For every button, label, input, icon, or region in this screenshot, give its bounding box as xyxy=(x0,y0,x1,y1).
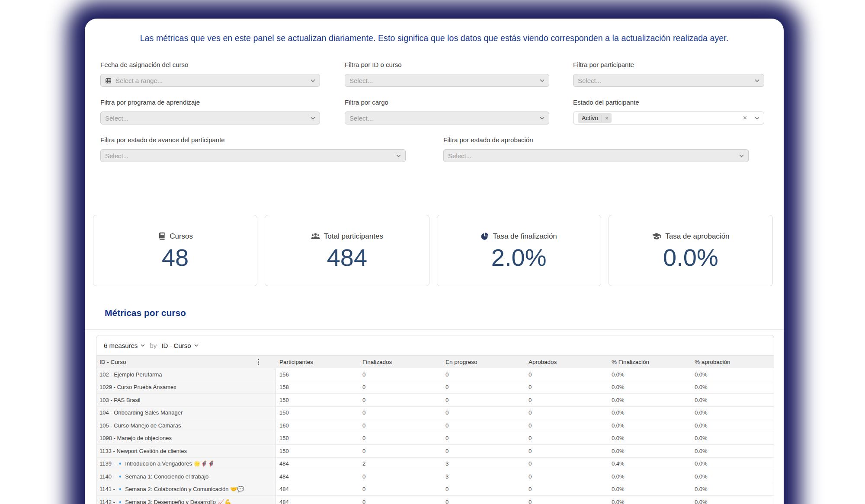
column-header-id-curso[interactable]: ID - Curso xyxy=(96,357,276,366)
table-row[interactable]: 1140 - 🔹 Semana 1: Conociendo el trabajo… xyxy=(96,470,774,483)
metric-cell: 0 xyxy=(359,483,442,496)
column-header-aprobacion-pct[interactable]: % aprobación xyxy=(691,359,774,365)
chevron-down-icon xyxy=(540,79,545,82)
table-row[interactable]: 102 - Ejemplo Perufarma1560000.0%0.0% xyxy=(96,368,774,381)
metric-cell: 0 xyxy=(442,432,525,445)
metric-label: Tasa de finalización xyxy=(493,232,557,241)
metric-cell: 0 xyxy=(359,394,442,406)
metric-cell: 0.4% xyxy=(608,458,691,470)
column-header-participantes[interactable]: Participantes xyxy=(276,359,359,365)
filter-course-assignment-date: Fecha de asignación del curso Select a r… xyxy=(100,61,320,87)
metric-value: 0.0% xyxy=(663,244,718,271)
select-placeholder: Select... xyxy=(578,77,751,84)
table-toolbar: 6 measures by ID - Curso xyxy=(96,335,774,356)
course-name-cell: 102 - Ejemplo Perufarma xyxy=(96,368,276,381)
chevron-down-icon[interactable] xyxy=(141,344,145,347)
measures-dropdown[interactable]: 6 measures xyxy=(104,342,138,349)
column-header-finalizados[interactable]: Finalizados xyxy=(359,359,442,365)
filter-label: Fecha de asignación del curso xyxy=(100,61,320,68)
metric-cell: 150 xyxy=(276,432,359,445)
table-row[interactable]: 1029 - Curso Prueba Ansamex1580000.0%0.0… xyxy=(96,381,774,394)
table-row[interactable]: 1133 - Newport Gestión de clientes150000… xyxy=(96,445,774,458)
participant-status-select[interactable]: Activo × × xyxy=(573,112,764,124)
participant-select[interactable]: Select... xyxy=(573,74,764,87)
approval-status-select[interactable]: Select... xyxy=(443,149,749,162)
chevron-down-icon xyxy=(755,79,759,82)
filter-participant: Filtra por participante Select... xyxy=(573,61,764,87)
selected-option-chip[interactable]: Activo × xyxy=(578,113,612,123)
table-row[interactable]: 1141 - 🔹 Semana 2: Colaboración y Comuni… xyxy=(96,483,774,496)
chevron-down-icon xyxy=(755,117,759,120)
metric-cell: 0.0% xyxy=(608,496,691,504)
metric-cell: 156 xyxy=(276,368,359,381)
metric-cell: 0.0% xyxy=(608,407,691,419)
users-icon xyxy=(311,232,320,240)
table-row[interactable]: 1098 - Manejo de objeciones1500000.0%0.0… xyxy=(96,432,774,445)
course-select[interactable]: Select... xyxy=(345,74,549,87)
table-row[interactable]: 1142 - 🔹 Semana 3: Desempeño y Desarroll… xyxy=(96,496,774,504)
metric-cell: 0.0% xyxy=(691,483,774,496)
metric-cell: 0.0% xyxy=(691,470,774,483)
metric-cell: 0 xyxy=(359,368,442,381)
metric-cell: 0.0% xyxy=(691,381,774,394)
metric-cell: 484 xyxy=(276,458,359,470)
filter-learning-program: Filtra por programa de aprendizaje Selec… xyxy=(100,99,320,124)
metric-cell: 160 xyxy=(276,419,359,432)
metric-card-participantes: Total participantes 484 xyxy=(265,215,429,286)
chip-label: Activo xyxy=(582,115,598,121)
dimension-dropdown[interactable]: ID - Curso xyxy=(161,342,191,349)
table-row[interactable]: 103 - PAS Brasil1500000.0%0.0% xyxy=(96,394,774,407)
chevron-down-icon xyxy=(540,117,545,120)
filter-job-title: Filtra por cargo Select... xyxy=(345,99,549,124)
metric-cell: 0.0% xyxy=(608,394,691,406)
book-icon xyxy=(157,232,166,240)
course-name-cell: 1139 - 🔹 Introducción a Vengadores 🌟🦸‍♂️… xyxy=(96,458,276,470)
progress-status-select[interactable]: Select... xyxy=(100,149,406,162)
metric-cell: 0 xyxy=(525,483,608,496)
course-table-body: 102 - Ejemplo Perufarma1560000.0%0.0%102… xyxy=(96,368,774,504)
remove-option-icon[interactable]: × xyxy=(602,115,612,121)
chevron-down-icon[interactable] xyxy=(194,344,199,347)
metric-cell: 0.0% xyxy=(691,394,774,406)
clear-filter-icon[interactable]: × xyxy=(743,114,747,122)
filter-label: Filtra por estado de avance del particip… xyxy=(100,136,406,144)
table-row[interactable]: 1139 - 🔹 Introducción a Vengadores 🌟🦸‍♂️… xyxy=(96,458,774,471)
metric-cell: 484 xyxy=(276,483,359,496)
filter-label: Filtra por ID o curso xyxy=(345,61,549,68)
filter-label: Filtra por cargo xyxy=(345,99,549,106)
filter-label: Filtra por participante xyxy=(573,61,764,68)
filter-participant-status: Estado del participante Activo × × xyxy=(573,99,764,124)
filter-label: Filtra por programa de aprendizaje xyxy=(100,99,320,106)
metric-cell: 0 xyxy=(442,419,525,432)
metric-cell: 158 xyxy=(276,381,359,394)
select-placeholder: Select... xyxy=(448,152,736,159)
date-range-select[interactable]: Select a range... xyxy=(100,74,320,87)
course-name-cell: 1141 - 🔹 Semana 2: Colaboración y Comuni… xyxy=(96,483,276,496)
metric-cell: 0.0% xyxy=(691,419,774,432)
column-header-finalizacion-pct[interactable]: % Finalización xyxy=(608,359,691,365)
filter-course-id: Filtra por ID o curso Select... xyxy=(345,61,549,87)
course-metrics-panel: 6 measures by ID - Curso ID - Curso Part… xyxy=(96,335,774,504)
metric-cell: 0 xyxy=(359,432,442,445)
metric-cell: 0 xyxy=(442,394,525,406)
column-header-aprobados[interactable]: Aprobados xyxy=(525,359,608,365)
dashboard-page: Las métricas que ves en este panel se ac… xyxy=(0,0,865,504)
kebab-menu-icon[interactable] xyxy=(256,357,260,366)
column-header-en-progreso[interactable]: En progreso xyxy=(442,359,525,365)
metric-cell: 0.0% xyxy=(608,419,691,432)
course-name-cell: 105 - Curso Manejo de Camaras xyxy=(96,419,276,432)
metric-cell: 0.0% xyxy=(608,368,691,381)
select-placeholder: Select... xyxy=(105,152,393,159)
metric-cell: 150 xyxy=(276,445,359,457)
metric-cell: 0.0% xyxy=(691,445,774,457)
table-row[interactable]: 104 - Onboarding Sales Manager1500000.0%… xyxy=(96,407,774,420)
metric-cell: 0 xyxy=(525,419,608,432)
metric-cell: 0.0% xyxy=(691,496,774,504)
program-select[interactable]: Select... xyxy=(100,112,320,124)
filter-approval-status: Filtra por estado de aprobación Select..… xyxy=(443,136,749,162)
table-row[interactable]: 105 - Curso Manejo de Camaras1600000.0%0… xyxy=(96,419,774,432)
by-label: by xyxy=(150,342,157,349)
metric-cell: 0 xyxy=(359,445,442,457)
metric-cell: 0 xyxy=(359,407,442,419)
job-title-select[interactable]: Select... xyxy=(345,112,549,124)
